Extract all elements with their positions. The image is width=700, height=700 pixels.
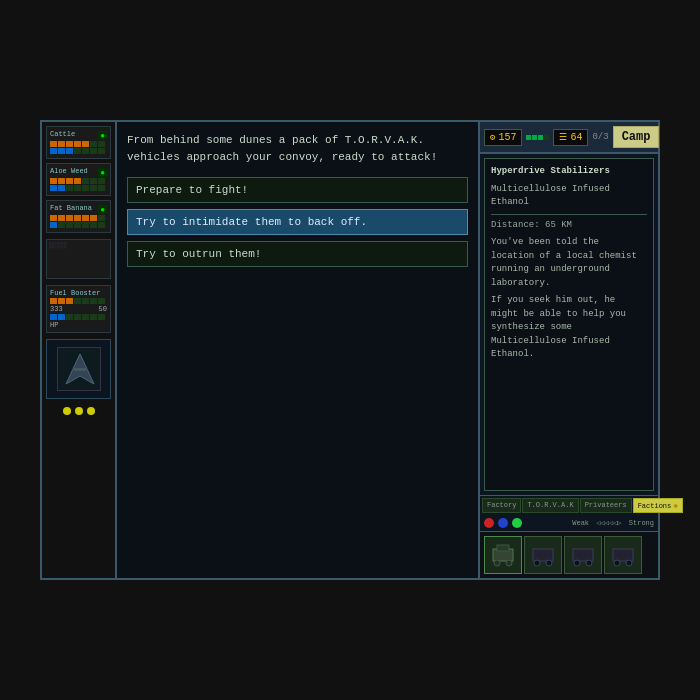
middle-content: From behind some dunes a pack of T.O.R.V… (117, 122, 478, 578)
yellow-dot-1 (63, 407, 71, 415)
aloe-bars (50, 178, 107, 184)
stat-value-2: 64 (570, 132, 582, 143)
camp-label: Camp (613, 126, 660, 148)
stat-icon-1: ⚙ (490, 132, 495, 143)
vehicle-svg-3 (565, 537, 601, 573)
faction-dot-red (484, 518, 494, 528)
yellow-dots-row (46, 407, 111, 415)
aloe-label: Aloe Weed (50, 167, 88, 175)
tab-privateers[interactable]: Privateers (580, 498, 632, 513)
main-area: Cattle ● (40, 120, 660, 580)
faction-indicators: Weak ◁◁◁◁◁▷ Strong (480, 515, 658, 531)
yellow-dot-2 (75, 407, 83, 415)
vehicle-svg-1 (485, 537, 521, 573)
svg-point-11 (586, 560, 592, 566)
choice-intimidate[interactable]: Try to intimidate them to back off. (127, 209, 468, 235)
vehicle-svg-4 (605, 537, 641, 573)
svg-point-14 (626, 560, 632, 566)
vehicle-thumb-3[interactable] (564, 536, 602, 574)
info-text1: You've been told the location of a local… (491, 236, 647, 290)
vehicle-thumb-2[interactable] (524, 536, 562, 574)
choice-outrun[interactable]: Try to outrun them! (127, 241, 468, 267)
stat-value-1: 157 (498, 132, 516, 143)
faction-tabs: Factory T.O.R.V.A.K Privateers Factions … (480, 495, 658, 515)
info-title: Hyperdrive Stabilizers (491, 165, 647, 179)
yellow-dot-3 (87, 407, 95, 415)
vehicle-thumb-1[interactable] (484, 536, 522, 574)
stat-icon-2: ☰ (559, 132, 567, 143)
sidebar-item-misc: ░░░░░ (46, 239, 111, 279)
tab-torvak[interactable]: T.O.R.V.A.K (522, 498, 578, 513)
ship-svg (58, 348, 102, 392)
stat-fraction: 0/3 (592, 132, 608, 142)
banana-indicator: ● (98, 205, 107, 214)
vehicle-row (480, 531, 658, 578)
info-distance: Distance: 65 KM (491, 219, 647, 233)
faction-strength-label: Weak ◁◁◁◁◁▷ Strong (572, 519, 654, 527)
sidebar-item-fuel: Fuel Booster 333 50 (46, 285, 111, 333)
faction-dot-blue (498, 518, 508, 528)
cattle-indicator: ● (98, 131, 107, 140)
game-container: Cattle ● (0, 0, 700, 700)
sidebar-item-aloe: Aloe Weed ● (46, 163, 111, 196)
banana-label: Fat Banana (50, 204, 92, 212)
vehicle-svg-2 (525, 537, 561, 573)
vehicle-thumb-4[interactable] (604, 536, 642, 574)
choice-intimidate-label: Try to intimidate them to back off. (136, 216, 367, 228)
svg-point-3 (494, 560, 500, 566)
info-separator (491, 214, 647, 215)
right-header: ⚙ 157 ☰ 64 0/3 Camp (480, 122, 658, 154)
svg-rect-9 (573, 549, 593, 561)
svg-rect-5 (497, 545, 509, 551)
tab-factory[interactable]: Factory (482, 498, 521, 513)
cattle-bars2 (50, 148, 107, 154)
choice-outrun-label: Try to outrun them! (136, 248, 261, 260)
sidebar-ship-icon (46, 339, 111, 399)
left-sidebar: Cattle ● (42, 122, 117, 578)
info-panel: Hyperdrive Stabilizers Multicellulose In… (484, 158, 654, 491)
svg-point-8 (546, 560, 552, 566)
cattle-bars (50, 141, 107, 147)
choice-fight-label: Prepare to fight! (136, 184, 248, 196)
tab-factions[interactable]: Factions ◆ (633, 498, 683, 513)
banana-bars (50, 215, 107, 221)
banana-bars2 (50, 222, 107, 228)
faction-dot-green (512, 518, 522, 528)
svg-point-13 (614, 560, 620, 566)
sidebar-item-cattle: Cattle ● (46, 126, 111, 159)
info-subtitle: Multicellulose Infused Ethanol (491, 183, 647, 210)
svg-rect-12 (613, 549, 633, 561)
cattle-label: Cattle (50, 130, 75, 138)
choice-fight[interactable]: Prepare to fight! (127, 177, 468, 203)
svg-point-7 (534, 560, 540, 566)
stat-box-2: ☰ 64 (553, 129, 588, 146)
factions-icon: ◆ (673, 501, 678, 510)
fuel-label: Fuel Booster (50, 289, 100, 297)
dialog-text: From behind some dunes a pack of T.O.R.V… (127, 132, 468, 165)
right-panel: ⚙ 157 ☰ 64 0/3 Camp (478, 122, 658, 578)
svg-point-10 (574, 560, 580, 566)
sidebar-item-banana: Fat Banana ● (46, 200, 111, 233)
stat-box-1: ⚙ 157 (484, 129, 522, 146)
info-text2: If you seek him out, he might be able to… (491, 294, 647, 362)
svg-rect-6 (533, 549, 553, 561)
svg-point-4 (506, 560, 512, 566)
aloe-bars2 (50, 185, 107, 191)
aloe-indicator: ● (98, 168, 107, 177)
svg-rect-1 (74, 368, 86, 371)
